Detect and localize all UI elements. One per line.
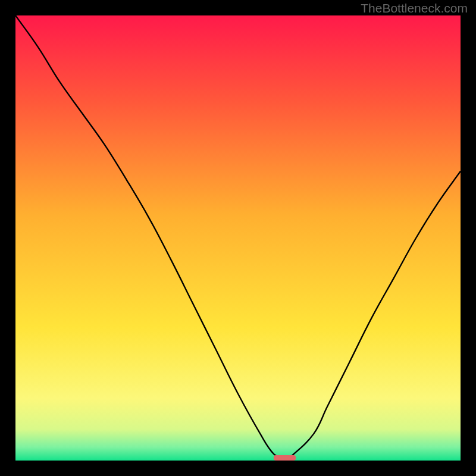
- chart-plot-area: [15, 15, 461, 461]
- root-container: { "watermark": "TheBottleneck.com", "cha…: [0, 0, 476, 476]
- watermark-text: TheBottleneck.com: [361, 1, 468, 15]
- chart-svg: [15, 15, 461, 461]
- optimal-marker: [274, 455, 296, 461]
